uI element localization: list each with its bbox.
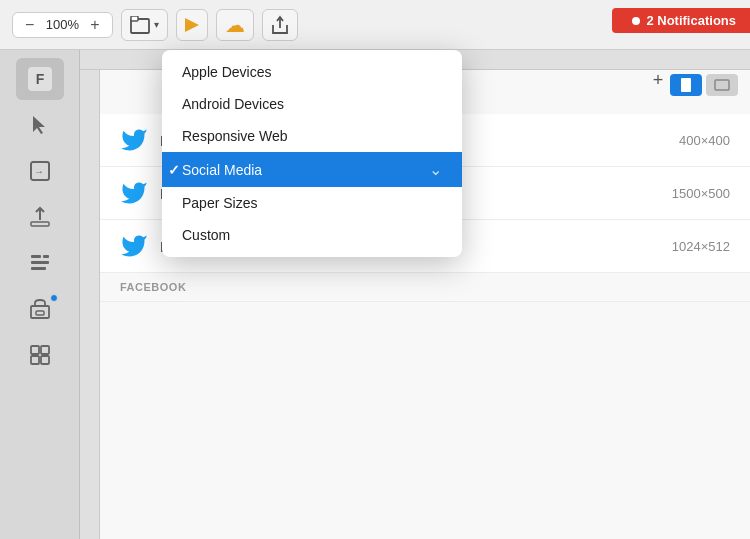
responsive-web-label: Responsive Web xyxy=(182,128,288,144)
portrait-icon xyxy=(680,77,692,93)
expand-icon: ⌄ xyxy=(429,160,442,179)
profile-photo-size: 400×400 xyxy=(679,133,730,148)
paper-sizes-label: Paper Sizes xyxy=(182,195,257,211)
dropdown-item-responsive-web[interactable]: Responsive Web xyxy=(162,120,462,152)
dropdown-item-apple-devices[interactable]: Apple Devices xyxy=(162,56,462,88)
svg-rect-11 xyxy=(31,261,49,264)
svg-rect-19 xyxy=(41,356,49,364)
svg-text:→: → xyxy=(34,166,44,177)
toggle-portrait-button[interactable] xyxy=(670,74,702,96)
toolbar: − 100% + ▾ ☁ 2 Notifications xyxy=(0,0,750,50)
layers-icon xyxy=(29,252,51,274)
canvas-icon xyxy=(130,16,150,34)
select-icon xyxy=(29,114,51,136)
sidebar-item-assets[interactable] xyxy=(16,288,64,330)
share-button[interactable] xyxy=(262,9,298,41)
twitter-icon xyxy=(120,126,148,154)
svg-rect-10 xyxy=(31,255,41,258)
dropdown-item-paper-sizes[interactable]: Paper Sizes xyxy=(162,187,462,219)
zoom-value: 100% xyxy=(44,17,80,32)
svg-rect-12 xyxy=(31,267,46,270)
chevron-down-icon: ▾ xyxy=(154,19,159,30)
share-icon xyxy=(271,15,289,35)
notifications-label: 2 Notifications xyxy=(646,13,736,28)
sidebar-item-grid[interactable] xyxy=(16,334,64,376)
sidebar-item-logo[interactable]: F xyxy=(16,58,64,100)
apple-devices-label: Apple Devices xyxy=(182,64,272,80)
cloud-icon: ☁ xyxy=(225,13,245,37)
frame-icon: → xyxy=(29,160,51,182)
view-toggle xyxy=(670,74,738,96)
sidebar-item-upload[interactable] xyxy=(16,196,64,238)
dropdown-item-custom[interactable]: Custom xyxy=(162,219,462,251)
sidebar: F → xyxy=(0,50,80,539)
social-media-label: Social Media xyxy=(182,162,262,178)
zoom-out-button[interactable]: − xyxy=(23,17,36,33)
toggle-landscape-button[interactable] xyxy=(706,74,738,96)
canvas-size-button[interactable]: ▾ xyxy=(121,9,168,41)
notifications-badge[interactable]: 2 Notifications xyxy=(612,8,750,33)
twitter-icon-3 xyxy=(120,232,148,260)
upload-icon xyxy=(29,206,51,228)
svg-rect-15 xyxy=(36,311,44,315)
svg-text:F: F xyxy=(35,71,44,87)
canvas-size-dropdown: Apple Devices Android Devices Responsive… xyxy=(162,50,462,257)
post-size: 1024×512 xyxy=(672,239,730,254)
sidebar-item-frame[interactable]: → xyxy=(16,150,64,192)
sidebar-item-layers[interactable] xyxy=(16,242,64,284)
dropdown-item-social-media[interactable]: ✓ Social Media ⌄ xyxy=(162,152,462,187)
cloud-button[interactable]: ☁ xyxy=(216,9,254,41)
store-icon xyxy=(29,298,51,320)
zoom-control: − 100% + xyxy=(12,12,113,38)
add-button[interactable]: + xyxy=(646,68,670,92)
svg-rect-9 xyxy=(31,222,49,226)
svg-rect-21 xyxy=(715,80,729,90)
logo-icon: F xyxy=(28,67,52,91)
zoom-in-button[interactable]: + xyxy=(88,17,101,33)
dropdown-item-android-devices[interactable]: Android Devices xyxy=(162,88,462,120)
svg-rect-18 xyxy=(31,356,39,364)
preview-button[interactable] xyxy=(176,9,208,41)
grid-icon xyxy=(29,344,51,366)
svg-rect-20 xyxy=(681,78,691,92)
notification-dot xyxy=(632,17,640,25)
facebook-section-header: FACEBOOK xyxy=(100,273,750,302)
header-photo-size: 1500×500 xyxy=(672,186,730,201)
svg-rect-13 xyxy=(43,255,49,258)
ruler-vertical xyxy=(80,70,100,539)
svg-rect-16 xyxy=(31,346,39,354)
landscape-icon xyxy=(714,79,730,91)
asset-badge xyxy=(50,294,58,302)
custom-label: Custom xyxy=(182,227,230,243)
svg-rect-17 xyxy=(41,346,49,354)
svg-marker-5 xyxy=(33,116,45,134)
twitter-icon-2 xyxy=(120,179,148,207)
check-mark-icon: ✓ xyxy=(168,162,180,178)
svg-rect-14 xyxy=(31,306,49,318)
android-devices-label: Android Devices xyxy=(182,96,284,112)
sidebar-item-select[interactable] xyxy=(16,104,64,146)
svg-rect-1 xyxy=(131,16,138,21)
play-icon xyxy=(185,18,199,32)
